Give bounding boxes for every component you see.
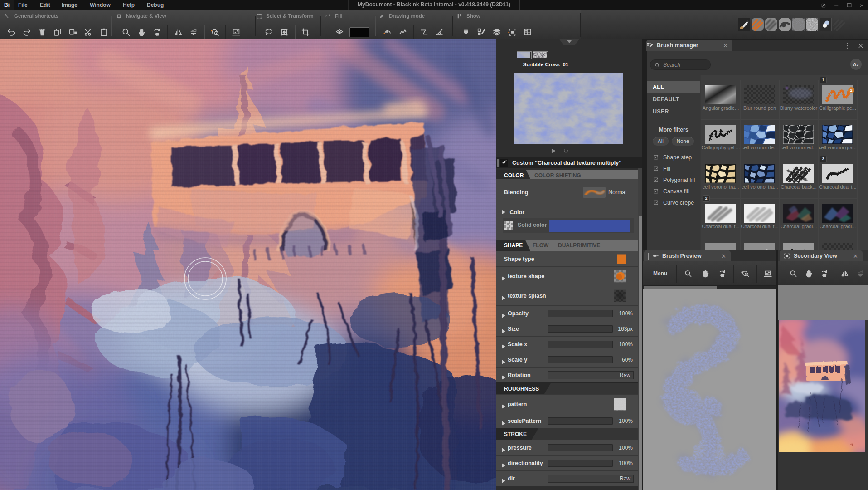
pattern-thumbnail[interactable]: [614, 398, 626, 411]
copy-pages-icon[interactable]: [52, 27, 63, 38]
collapse-panel-button[interactable]: [559, 39, 580, 45]
brush-item[interactable]: cell voronoi gra...: [818, 119, 858, 159]
transparency-swatch-icon[interactable]: [504, 221, 513, 230]
orange-blob-thumbnail[interactable]: [614, 270, 626, 283]
fill-color-swatch[interactable]: [349, 27, 369, 37]
flip-h-icon[interactable]: [840, 268, 849, 279]
filter-checkbox-curve-crepe[interactable]: Curve crepe: [647, 197, 700, 208]
close-icon[interactable]: [857, 1, 866, 9]
expand-caret-icon[interactable]: [502, 294, 505, 298]
screen-preview-icon[interactable]: [762, 268, 773, 279]
transform-box-icon[interactable]: [279, 27, 290, 38]
property-input[interactable]: Raw: [548, 371, 634, 379]
quick-brush-eraser[interactable]: [820, 18, 832, 31]
filter-checkbox-polygonal-fill[interactable]: Polygonal fill: [647, 174, 700, 186]
plug-icon[interactable]: [461, 27, 471, 38]
filter-none-button[interactable]: None: [672, 137, 694, 146]
expand-caret-icon[interactable]: [502, 274, 505, 279]
close-tab-icon[interactable]: ✕: [721, 253, 731, 260]
expand-caret-icon[interactable]: [502, 402, 505, 407]
painting-canvas[interactable]: [0, 39, 496, 490]
polyline-icon[interactable]: [398, 27, 408, 38]
hand-icon[interactable]: [804, 268, 813, 279]
redo-icon[interactable]: [21, 27, 32, 38]
brush-manager-tab[interactable]: Brush manager ✕: [646, 40, 732, 51]
property-slider[interactable]: [548, 341, 613, 348]
filter-checkbox-shape-step[interactable]: Shape step: [647, 152, 700, 163]
popout-icon[interactable]: [819, 1, 828, 9]
quick-brush-gray-charcoal[interactable]: [765, 18, 777, 31]
close-panel-icon[interactable]: [857, 42, 864, 49]
filter-checkbox-canvas-fill[interactable]: Canvas fill: [647, 186, 700, 197]
document-overview-thumbnail[interactable]: [779, 320, 865, 452]
rotate-view-icon[interactable]: [717, 268, 727, 279]
quick-brush-faint-strokes[interactable]: [833, 18, 845, 31]
trash-icon[interactable]: [37, 27, 48, 38]
secondary-view-tab[interactable]: Secondary View ✕: [780, 250, 863, 261]
brush-item[interactable]: cell voronoi de...: [740, 119, 780, 159]
freehand-loop-icon[interactable]: [382, 27, 393, 38]
close-tab-icon[interactable]: ✕: [853, 253, 863, 260]
screen-preview-icon[interactable]: [231, 27, 242, 38]
blending-value[interactable]: Normal: [608, 189, 626, 196]
filter-checkbox-fill[interactable]: Fill: [647, 163, 700, 174]
color-group-row[interactable]: Color: [502, 208, 524, 216]
lasso-icon[interactable]: [263, 27, 274, 38]
expand-caret-icon[interactable]: [502, 419, 505, 423]
property-slider[interactable]: [548, 417, 613, 425]
tab-dualprimitive[interactable]: DUALPRIMITIVE: [558, 240, 600, 251]
brush-item[interactable]: Charcoal dual t...: [740, 198, 780, 238]
expand-caret-icon[interactable]: [502, 446, 505, 450]
zoom-reset-icon[interactable]: [209, 27, 220, 38]
menu-help[interactable]: Help: [123, 0, 135, 10]
brush-item[interactable]: cell voronoi tra...: [740, 159, 780, 199]
menu-button[interactable]: Menu: [653, 270, 667, 277]
shape-type-swatch[interactable]: [617, 254, 626, 264]
brush-item[interactable]: [818, 238, 858, 250]
expand-caret-icon[interactable]: [502, 327, 505, 331]
property-slider[interactable]: [548, 325, 613, 333]
category-user[interactable]: USER: [647, 106, 700, 118]
flip-v-icon[interactable]: [188, 27, 199, 38]
stroke-section-header[interactable]: STROKE: [496, 428, 638, 440]
property-slider[interactable]: [548, 356, 613, 363]
layers-icon[interactable]: [491, 27, 502, 38]
variant-thumb-black[interactable]: [533, 51, 548, 59]
zoom-reset-icon[interactable]: [740, 268, 751, 279]
canvas-frame-icon[interactable]: [507, 27, 518, 38]
props-scrollbar[interactable]: [638, 168, 642, 490]
property-input[interactable]: Raw: [548, 475, 634, 483]
crop-icon[interactable]: [300, 27, 311, 38]
quick-brush-tool-brush[interactable]: [738, 18, 750, 31]
category-all[interactable]: ALL: [647, 81, 700, 93]
flip-h-icon[interactable]: [173, 27, 184, 38]
zoom-icon[interactable]: [683, 268, 693, 279]
quick-brush-swirl[interactable]: [779, 18, 791, 31]
straight-line-icon[interactable]: [419, 27, 430, 38]
property-slider[interactable]: [548, 444, 613, 451]
zoom-icon[interactable]: [789, 268, 798, 279]
menu-file[interactable]: File: [18, 0, 28, 10]
sort-alphabetical-button[interactable]: Az: [850, 59, 862, 70]
property-slider[interactable]: [548, 460, 613, 467]
expand-caret-icon[interactable]: [502, 476, 505, 480]
property-slider[interactable]: [548, 310, 613, 317]
grid-panel-icon[interactable]: [522, 27, 533, 38]
quick-brush-orange-strokes[interactable]: [752, 18, 764, 31]
expand-caret-icon[interactable]: [502, 311, 505, 315]
expand-caret-icon[interactable]: [502, 342, 505, 346]
brush-item[interactable]: Angular gradie...: [701, 80, 741, 120]
rotate-view-icon[interactable]: [151, 27, 162, 38]
brush-search-input[interactable]: Search: [650, 59, 711, 70]
maximize-icon[interactable]: [844, 1, 853, 9]
panel-menu-icon[interactable]: [844, 42, 851, 49]
instance-icon[interactable]: [68, 27, 78, 38]
preview-h-scrollbar[interactable]: [643, 286, 776, 289]
brush-item[interactable]: cell voronoi tra...: [701, 159, 741, 199]
brush-item[interactable]: [740, 238, 780, 250]
scissors-icon[interactable]: [83, 27, 94, 38]
zoom-icon[interactable]: [121, 27, 131, 38]
hand-icon[interactable]: [700, 268, 711, 279]
hand-icon[interactable]: [136, 27, 147, 38]
brush-item[interactable]: Blur round pen: [740, 80, 780, 120]
